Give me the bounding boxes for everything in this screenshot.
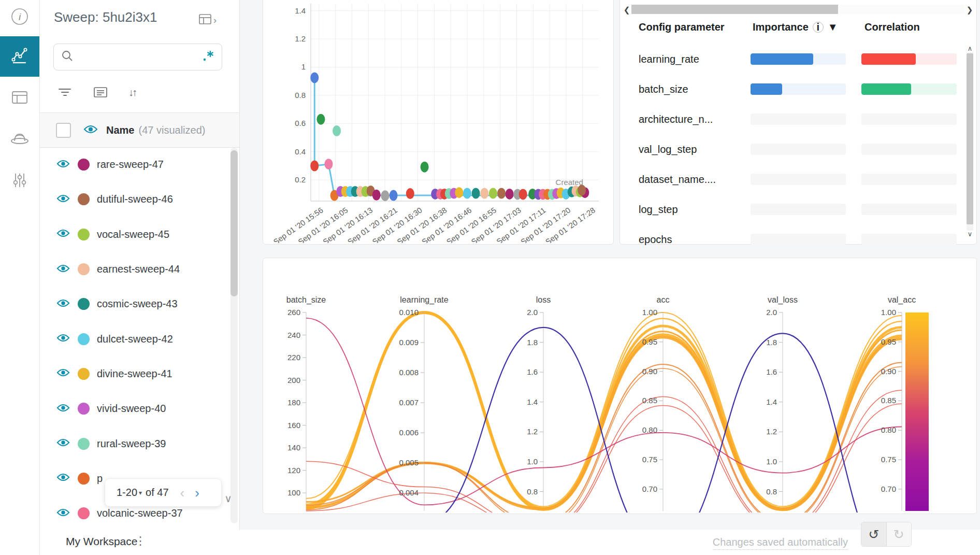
run-dot[interactable] [316, 114, 325, 125]
run-name[interactable]: rare-sweep-47 [97, 159, 164, 170]
axis-label[interactable]: loss [536, 295, 551, 304]
run-visibility-eye-icon[interactable] [56, 368, 70, 379]
vscroll-track[interactable] [967, 52, 973, 231]
run-dot[interactable] [578, 185, 586, 196]
scroll-right-arrow[interactable]: ❯ [965, 6, 974, 13]
run-name[interactable]: cosmic-sweep-43 [97, 298, 178, 310]
run-dot[interactable] [406, 188, 414, 199]
next-page-button[interactable]: › [195, 486, 199, 500]
run-dot[interactable] [372, 190, 381, 201]
run-row[interactable]: rare-sweep-47 [39, 147, 239, 182]
undo-button[interactable]: ↺ [861, 522, 887, 546]
importance-row[interactable]: log_step [620, 194, 976, 224]
page-range-dropdown[interactable]: 1-20 [117, 487, 137, 499]
importance-row[interactable]: epochs [620, 224, 976, 254]
run-row[interactable]: earnest-sweep-44 [39, 252, 239, 287]
select-all-checkbox[interactable] [56, 123, 71, 138]
created-scatter-chart[interactable]: 0.20.40.60.811.21.4Sep 01 '20 15:56Sep 0… [263, 0, 612, 243]
list-settings-icon[interactable] [93, 86, 108, 98]
axis-label[interactable]: learning_rate [400, 295, 449, 305]
nav-panels-button[interactable] [0, 36, 39, 77]
parallel-coordinates-chart[interactable]: batch_sizelearning_ratelossaccval_lossva… [263, 258, 975, 513]
run-dot[interactable] [324, 159, 333, 169]
importance-row[interactable]: learning_rate [620, 44, 976, 74]
name-column-header[interactable]: Name [106, 124, 134, 136]
nav-sweeps-button[interactable] [0, 127, 39, 150]
sort-caret-icon[interactable]: ▼ [828, 21, 838, 33]
nav-table-button[interactable] [0, 87, 39, 110]
importance-column[interactable]: Importance [753, 21, 809, 33]
filter-icon[interactable] [58, 87, 71, 98]
axis-label[interactable]: val_loss [768, 295, 798, 305]
run-name[interactable]: dutiful-sweep-46 [97, 193, 173, 205]
hscroll-track[interactable] [631, 5, 965, 14]
run-visibility-eye-icon[interactable] [56, 508, 70, 519]
visibility-all-eye-icon[interactable] [83, 124, 98, 136]
run-name[interactable]: p [97, 473, 103, 485]
run-visibility-eye-icon[interactable] [56, 229, 70, 240]
sort-icon[interactable]: ↓↑ [128, 87, 136, 98]
run-dot[interactable] [390, 190, 398, 201]
run-dot[interactable] [310, 160, 319, 171]
scroll-down-arrow[interactable]: ∨ [968, 231, 973, 238]
run-visibility-eye-icon[interactable] [56, 403, 70, 415]
run-dot[interactable] [333, 125, 341, 136]
run-dot[interactable] [310, 72, 319, 83]
run-row[interactable]: divine-sweep-41 [39, 357, 239, 391]
importance-row[interactable]: architecture_n... [620, 104, 976, 134]
run-name[interactable]: earnest-sweep-44 [97, 263, 180, 275]
axis-label[interactable]: acc [657, 295, 670, 304]
run-name[interactable]: dulcet-sweep-42 [97, 333, 173, 345]
run-visibility-eye-icon[interactable] [56, 194, 70, 205]
axis-label[interactable]: batch_size [286, 295, 326, 305]
importance-row[interactable]: batch_size [620, 74, 976, 104]
run-dot[interactable] [480, 188, 488, 199]
caret-down-icon[interactable]: ▾ [139, 489, 142, 496]
run-dot[interactable] [381, 190, 389, 201]
run-search-input[interactable] [80, 51, 202, 63]
run-dot[interactable] [463, 188, 471, 199]
run-visibility-eye-icon[interactable] [56, 333, 70, 345]
run-dot[interactable] [506, 189, 514, 200]
regex-toggle-icon[interactable] [202, 49, 215, 65]
run-row[interactable]: dulcet-sweep-42 [39, 321, 239, 356]
scroll-left-arrow[interactable]: ❮ [622, 6, 631, 13]
run-name[interactable]: vivid-sweep-40 [97, 403, 166, 415]
run-visibility-eye-icon[interactable] [56, 298, 70, 310]
prev-page-button[interactable]: ‹ [180, 486, 185, 500]
run-dot[interactable] [497, 188, 506, 199]
run-visibility-eye-icon[interactable] [56, 159, 70, 170]
workspace-title[interactable]: My Workspace [66, 535, 137, 548]
kebab-menu-icon[interactable]: ⋮ [135, 534, 146, 548]
importance-row[interactable]: dataset_name.... [620, 164, 976, 194]
nav-tune-button[interactable] [0, 170, 39, 193]
nav-info-button[interactable]: i [0, 7, 39, 28]
run-row[interactable]: vivid-sweep-40 [39, 391, 239, 426]
run-name[interactable]: rural-sweep-39 [97, 438, 166, 450]
run-list-scrollbar[interactable] [230, 148, 238, 523]
redo-button[interactable]: ↻ [887, 522, 912, 546]
run-dot[interactable] [489, 188, 497, 199]
run-dot[interactable] [455, 187, 463, 198]
scrollbar-thumb[interactable] [230, 150, 238, 296]
run-row[interactable]: rural-sweep-39 [39, 426, 239, 461]
run-row[interactable]: dutiful-sweep-46 [39, 182, 239, 217]
axis-label[interactable]: val_acc [888, 295, 916, 305]
open-table-button[interactable]: › [199, 13, 217, 27]
importance-row[interactable]: val_log_step [620, 134, 976, 164]
run-name[interactable]: vocal-sweep-45 [97, 229, 169, 240]
run-dot[interactable] [519, 189, 527, 200]
series-lines[interactable] [306, 312, 902, 513]
hscroll-thumb[interactable] [631, 5, 838, 14]
run-name[interactable]: divine-sweep-41 [97, 368, 172, 380]
info-tooltip-icon[interactable]: i [813, 22, 824, 33]
run-dot[interactable] [421, 162, 429, 173]
run-dot[interactable] [472, 188, 480, 199]
run-visibility-eye-icon[interactable] [56, 264, 70, 275]
series-line[interactable] [306, 312, 902, 508]
vscroll-thumb[interactable] [967, 53, 973, 224]
scroll-up-arrow[interactable]: ∧ [968, 45, 973, 52]
run-row[interactable]: cosmic-sweep-43 [39, 287, 239, 321]
run-name[interactable]: volcanic-sweep-37 [97, 507, 183, 519]
series-line[interactable] [306, 337, 902, 510]
